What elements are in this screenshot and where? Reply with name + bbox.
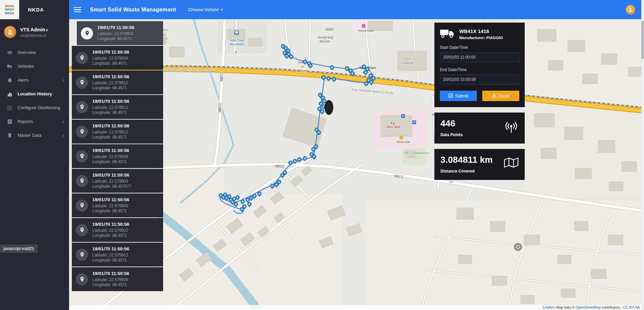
topbar: Smart Solid Waste Management Choose Vehi… [69,0,641,19]
longitude: Longitude: 88.4571 [92,110,129,115]
building [524,235,540,245]
data-points-label: Data Points [440,132,463,137]
purple-dot-icon [393,123,395,125]
sidebar-item-label: Location History [18,91,52,96]
vertical-scrollbar[interactable] [641,0,644,310]
location-list-item[interactable]: 19/01/70 11:50:56Latitude: 22.579912Long… [72,70,163,94]
reset-button[interactable]: Reset [482,91,519,101]
map-label: DLF [404,57,411,61]
longitude: Longitude: 88.4571 [92,159,129,164]
logo-text: NKDA [5,4,14,8]
timestamp: 19/01/70 11:50:56 [92,271,129,276]
building [561,289,575,298]
scrollbar-thumb[interactable] [641,21,644,59]
longitude: Longitude: 88.4571 [92,86,129,91]
map-label: NBCC [218,103,222,112]
building [609,182,623,191]
map-label: Rd [163,37,167,40]
sidebar-item-label: Master Data [18,133,41,138]
sidebar-menu: OverviewVehiclesAlerts›Location HistoryC… [0,45,69,142]
map-pin-icon [76,126,88,138]
user-name: VTS Admin▾ [20,27,48,32]
choose-vehicle-dropdown[interactable]: Choose Vehicle ▾ [188,7,222,12]
chevron-right-icon: › [63,119,64,124]
profile-avatar[interactable] [626,5,635,14]
sidebar-item-overview[interactable]: Overview [0,45,69,59]
map-label: Kavi Subhash Airport (Line-6) [158,68,200,71]
location-list-item[interactable]: 19/01/70 11:50:56Latitude: 22.579906Long… [72,193,163,217]
location-list-item[interactable]: 19/01/70 11:50:56Latitude: 22.579906Long… [72,144,163,168]
location-list-item[interactable]: 19/01/70 11:50:56Latitude: 22.579906Long… [72,267,163,291]
chevron-down-icon: ▾ [46,28,48,32]
end-date-input[interactable] [440,74,519,85]
latitude: Latitude: 22.579912 [92,253,129,258]
hamburger-menu-icon[interactable] [74,7,81,12]
data-points-card: 446 Data Points [434,113,525,144]
sidebar-item-label: Vehicles [18,64,34,69]
location-list-item[interactable]: 19/01/70 11:50:56Latitude: 22.579912Long… [72,243,163,267]
building [575,221,588,231]
map-attribution: Leaflet | Map data © OpenStreetMap contr… [69,305,641,310]
map-control-button[interactable] [514,243,522,251]
bus-stop-icon [235,31,239,35]
location-list: 19/01/70 11:50:56Latitude: 22.579903Long… [72,21,163,292]
location-list-item[interactable]: 19/01/70 11:50:56Latitude: 22.579903Long… [77,21,163,45]
purple-dot-icon [391,122,392,124]
location-list-item[interactable]: 19/01/70 11:50:56Latitude: 22.579912Long… [72,120,163,144]
map-area[interactable]: PPNBCCNBCCNBCCNBCCNew TownNew TownraISRO… [69,19,641,310]
longitude: Longitude: 88.4571 [97,36,134,41]
distance-label: Distance Covered [440,169,493,174]
map-pin-icon [76,199,88,212]
bar-chart-icon [7,91,12,97]
map-label: HomeTown [358,29,374,32]
start-date-input[interactable] [440,52,519,62]
sidebar-item-label: Configure Geofencing [18,105,60,110]
data-points-value: 446 [440,118,463,129]
timestamp: 19/01/70 11:50:56 [92,173,131,178]
map-label: Bioscope [397,140,410,144]
sidebar-item-configure-geofencing[interactable]: Configure Geofencing [0,101,69,115]
sidebar-item-label: Overview [18,50,36,55]
vehicle-manufacturer: Manufacturer: PIAGGIO [459,36,503,40]
sidebar-item-vehicles[interactable]: Vehicles [0,59,69,73]
status-text: javascript:void(0) [0,245,37,253]
timestamp: 19/01/70 11:50:56 [92,197,129,202]
sidebar-item-alerts[interactable]: Alerts› [0,73,69,87]
longitude: Longitude: 88.4571 [92,258,129,263]
map-pin-icon [76,224,88,236]
building [591,269,606,279]
building [541,148,556,159]
logo-text: NKDA [5,8,14,11]
brand-name: NKDA [28,7,44,12]
submit-button[interactable]: Submit [440,91,477,101]
leaflet-link[interactable]: Leaflet [543,305,554,309]
clipboard-icon [7,119,12,124]
parking-icon: P [401,114,405,118]
nkda-logo[interactable]: NKDA NKDA NKDA [0,0,19,19]
latitude: Latitude: 22.579906 [92,154,129,159]
building [622,161,637,172]
sidebar-item-location-history[interactable]: Location History [0,87,69,101]
license-link[interactable]: CC-BY-SA [623,305,640,309]
map-label: DongFang [318,35,333,39]
sidebar-item-reports[interactable]: Reports› [0,115,69,128]
osm-link[interactable]: OpenStreetMap [576,305,601,309]
longitude: Longitude: 88.4571 [92,209,129,214]
sidebar-item-master-data[interactable]: Master Data› [0,128,69,142]
latitude: Latitude: 22.579912 [92,130,129,135]
timestamp: 19/01/70 11:50:56 [92,246,129,251]
building [458,255,472,264]
location-list-item[interactable]: 19/01/70 11:50:56Latitude: 22.579912Long… [72,218,163,242]
svg-text:P: P [413,121,415,124]
distance-card: 3.084811 km Distance Covered [434,149,525,180]
location-list-item[interactable]: 19/01/70 11:50:56Latitude: 22.579906Long… [72,46,163,70]
map-pin-icon [81,27,93,39]
user-profile[interactable]: VTS Admin▾ vts@distronix.in [0,19,69,43]
latitude: Latitude: 22.579906 [92,56,129,61]
longitude: Longitude: 88.4571 [92,282,129,287]
location-list-item[interactable]: 19/01/70 11:50:56Latitude: 22.579903Long… [72,169,163,193]
building [628,67,641,76]
end-date-label: End Date/Time [440,67,519,72]
latitude: Latitude: 22.579906 [92,277,129,282]
location-list-item[interactable]: 19/01/70 11:50:56Latitude: 22.579912Long… [72,95,163,119]
